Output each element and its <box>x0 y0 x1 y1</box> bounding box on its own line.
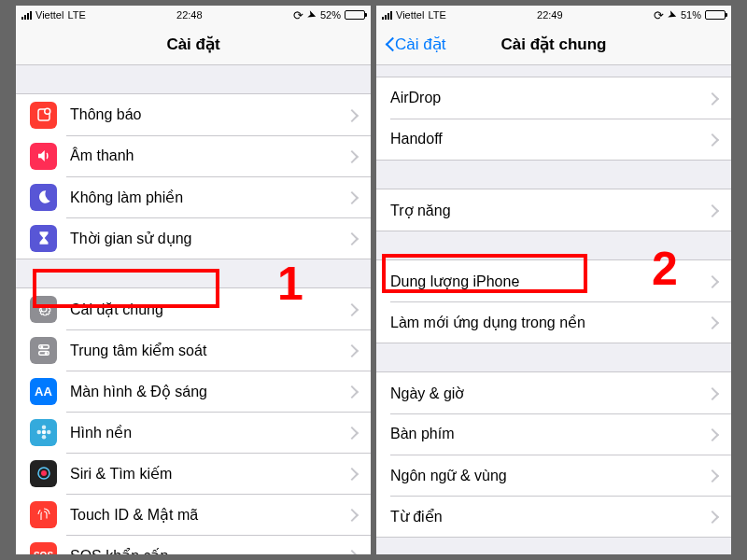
row-label: Ngày & giờ <box>390 385 710 402</box>
row-label: Ngôn ngữ & vùng <box>390 467 710 484</box>
row-airdrop[interactable]: AirDrop <box>376 77 731 119</box>
sos-icon: SOS <box>30 542 57 555</box>
row-language-region[interactable]: Ngôn ngữ & vùng <box>376 455 731 496</box>
chevron-right-icon <box>710 92 717 105</box>
row-label: AirDrop <box>390 90 710 106</box>
notification-icon <box>30 102 57 129</box>
chevron-right-icon <box>710 428 717 441</box>
chevron-right-icon <box>710 133 717 146</box>
row-siri[interactable]: Siri & Tìm kiếm <box>16 453 371 494</box>
phone-right: Viettel LTE 22:49 ⟳ ➤ 51% Cài đặt Cài đặ… <box>376 6 731 554</box>
chevron-right-icon <box>349 468 357 480</box>
row-dictionary[interactable]: Từ điển <box>376 496 731 537</box>
switches-icon <box>30 337 57 364</box>
chevron-right-icon <box>710 511 717 523</box>
row-general[interactable]: Cài đặt chung <box>16 288 371 329</box>
row-background-refresh[interactable]: Làm mới ứng dụng trong nền <box>376 301 731 343</box>
battery-icon <box>345 10 365 20</box>
svg-point-6 <box>41 430 46 435</box>
svg-point-9 <box>36 430 41 435</box>
status-bar: Viettel LTE 22:49 ⟳ ➤ 51% <box>376 6 731 24</box>
row-screentime[interactable]: Thời gian sử dụng <box>16 217 371 259</box>
row-label: Âm thanh <box>70 147 349 164</box>
chevron-right-icon <box>349 303 357 315</box>
chevron-right-icon <box>349 427 357 439</box>
clock: 22:48 <box>176 9 203 21</box>
carrier-label: Viettel <box>396 9 424 21</box>
row-date-time[interactable]: Ngày & giờ <box>376 372 731 413</box>
clock: 22:49 <box>537 9 563 21</box>
row-wallpaper[interactable]: Hình nền <box>16 412 371 453</box>
settings-group-1: Thông báo Âm thanh Không làm phiền Thời … <box>16 93 371 259</box>
location-icon: ➤ <box>305 7 318 23</box>
flower-icon <box>30 419 57 446</box>
row-sos[interactable]: SOS SOS khẩn cấp <box>16 535 371 554</box>
row-handoff[interactable]: Handoff <box>376 119 731 160</box>
phone-left: Viettel LTE 22:48 ⟳ ➤ 52% Cài đặt Thông … <box>16 6 371 554</box>
chevron-right-icon <box>710 387 717 399</box>
nav-header: Cài đặt <box>16 24 371 65</box>
hourglass-icon <box>30 225 57 252</box>
row-display[interactable]: AA Màn hình & Độ sáng <box>16 371 371 412</box>
row-label: Trung tâm kiểm soát <box>70 342 349 359</box>
row-keyboard[interactable]: Bàn phím <box>376 413 731 455</box>
sound-icon <box>30 143 57 170</box>
page-title: Cài đặt chung <box>501 35 607 54</box>
carrier-label: Viettel <box>35 9 63 21</box>
chevron-right-icon <box>349 509 357 521</box>
chevron-right-icon <box>710 275 717 287</box>
text-size-icon: AA <box>30 378 57 405</box>
gear-icon <box>30 296 57 323</box>
row-label: Hình nền <box>70 424 349 441</box>
row-label: Từ điển <box>390 508 710 525</box>
general-group-1: AirDrop Handoff <box>376 77 731 161</box>
row-iphone-storage[interactable]: Dung lượng iPhone <box>376 260 731 301</box>
step-number-1: 1 <box>277 257 303 311</box>
moon-icon <box>30 184 57 211</box>
svg-point-5 <box>44 352 47 355</box>
chevron-right-icon <box>710 316 717 329</box>
row-label: Thời gian sử dụng <box>70 230 349 247</box>
network-label: LTE <box>67 9 85 21</box>
signal-icon <box>382 10 392 20</box>
chevron-right-icon <box>349 385 357 398</box>
location-icon: ➤ <box>666 7 679 23</box>
page-title: Cài đặt <box>166 35 219 54</box>
settings-group-2: Cài đặt chung Trung tâm kiểm soát AA Màn… <box>16 287 371 554</box>
svg-point-10 <box>47 430 51 435</box>
row-label: Cài đặt chung <box>70 301 349 318</box>
svg-point-1 <box>44 108 49 114</box>
row-accessibility[interactable]: Trợ năng <box>376 189 731 231</box>
row-touchid[interactable]: Touch ID & Mật mã <box>16 494 371 535</box>
back-label: Cài đặt <box>395 35 445 54</box>
battery-pct: 51% <box>681 9 701 21</box>
status-bar: Viettel LTE 22:48 ⟳ ➤ 52% <box>16 6 371 24</box>
chevron-right-icon <box>349 109 357 121</box>
row-label: Làm mới ứng dụng trong nền <box>390 314 710 331</box>
orientation-lock-icon: ⟳ <box>293 8 303 22</box>
row-sounds[interactable]: Âm thanh <box>16 135 371 176</box>
fingerprint-icon <box>30 501 57 528</box>
general-group-4: Ngày & giờ Bàn phím Ngôn ngữ & vùng Từ đ… <box>376 371 731 538</box>
row-label: Siri & Tìm kiếm <box>70 465 349 483</box>
orientation-lock-icon: ⟳ <box>654 8 664 22</box>
row-label: Trợ năng <box>390 202 710 219</box>
step-number-2: 2 <box>652 242 678 296</box>
back-button[interactable]: Cài đặt <box>384 35 445 54</box>
signal-icon <box>21 10 32 20</box>
svg-point-4 <box>40 345 43 348</box>
general-group-3: Dung lượng iPhone Làm mới ứng dụng trong… <box>376 259 731 343</box>
svg-point-12 <box>41 470 47 476</box>
battery-icon <box>705 10 726 20</box>
general-group-2: Trợ năng <box>376 189 731 231</box>
chevron-right-icon <box>349 232 357 245</box>
chevron-right-icon <box>349 550 357 555</box>
network-label: LTE <box>428 9 445 21</box>
chevron-right-icon <box>349 344 357 357</box>
row-label: Bàn phím <box>390 426 710 442</box>
row-dnd[interactable]: Không làm phiền <box>16 176 371 217</box>
chevron-right-icon <box>349 191 357 203</box>
chevron-right-icon <box>349 150 357 162</box>
row-control-center[interactable]: Trung tâm kiểm soát <box>16 329 371 371</box>
row-notifications[interactable]: Thông báo <box>16 94 371 135</box>
